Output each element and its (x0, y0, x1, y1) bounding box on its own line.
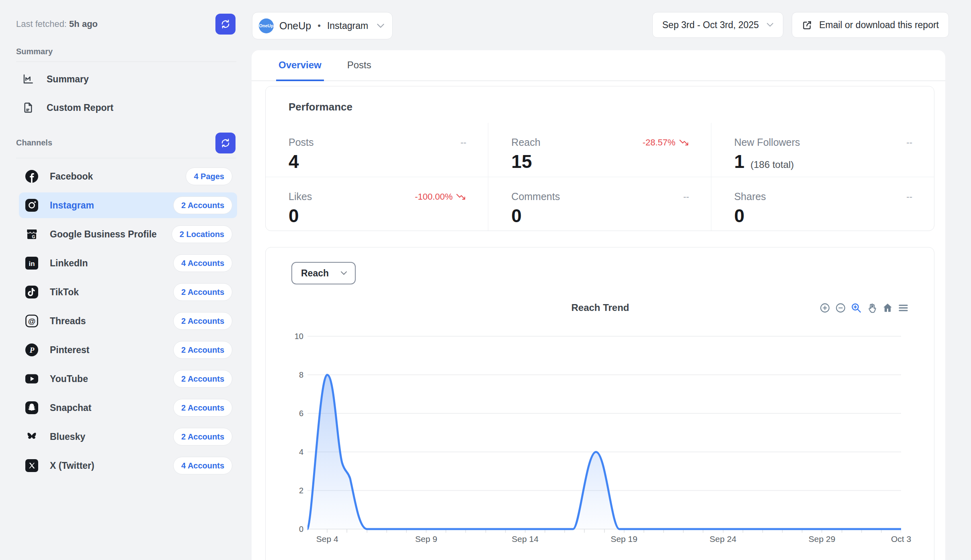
x-axis-tick: Sep 9 (415, 534, 437, 544)
chevron-down-icon (341, 271, 347, 275)
pan-icon[interactable] (866, 302, 878, 314)
tab-posts[interactable]: Posts (345, 50, 374, 81)
metric-shares: Shares -- 0 (711, 177, 934, 231)
account-selector[interactable]: OneUp OneUp • Instagram (252, 12, 393, 39)
sidebar-item-bluesky[interactable]: Bluesky 2 Accounts (19, 424, 237, 450)
tiktok-icon (25, 285, 39, 299)
home-icon[interactable] (882, 302, 893, 314)
chevron-down-icon (767, 23, 773, 27)
metric-value: 1 (734, 152, 745, 171)
sidebar-item-google-business-profile[interactable]: G Google Business Profile 2 Locations (19, 221, 237, 247)
x-axis-tick: Sep 14 (512, 534, 539, 544)
sidebar-item-threads[interactable]: @ Threads 2 Accounts (19, 308, 237, 334)
sidebar-item-facebook[interactable]: Facebook 4 Pages (19, 164, 237, 189)
tab-bar: Overview Posts (252, 50, 945, 81)
svg-text:in: in (29, 260, 35, 268)
metric-value: 0 (289, 206, 299, 225)
channel-count-badge: 2 Accounts (173, 341, 232, 359)
sidebar-item-x-twitter[interactable]: X (Twitter) 4 Accounts (19, 453, 237, 478)
x-axis-tick: Oct 3 (891, 534, 911, 544)
x-axis-tick: Sep 29 (809, 534, 836, 544)
summary-section-header: Summary (16, 47, 53, 56)
chart-metric-selector[interactable]: Reach (291, 262, 356, 284)
last-fetched-row: Last fetched: 5h ago (16, 14, 236, 35)
google-business-icon: G (25, 227, 39, 241)
divider (16, 158, 236, 158)
instagram-icon (25, 198, 39, 212)
sidebar-item-linkedin[interactable]: in LinkedIn 4 Accounts (19, 250, 237, 276)
zoom-out-icon[interactable] (835, 302, 846, 314)
last-fetched-label: Last fetched: (16, 19, 67, 29)
sidebar-item-instagram[interactable]: Instagram 2 Accounts (19, 192, 237, 218)
metric-likes: Likes -100.00% 0 (266, 177, 488, 231)
metrics-grid: Posts -- 4 Reach -28.57% (266, 123, 934, 231)
sidebar-item-pinterest[interactable]: P Pinterest 2 Accounts (19, 337, 237, 363)
youtube-icon (25, 372, 39, 386)
reach-trend-chart (307, 327, 901, 546)
channel-label: Pinterest (50, 345, 89, 356)
date-range-selector[interactable]: Sep 3rd - Oct 3rd, 2025 (652, 12, 783, 38)
trend-down-icon (679, 139, 689, 146)
date-range-label: Sep 3rd - Oct 3rd, 2025 (662, 20, 759, 31)
metric-change: -- (683, 192, 689, 202)
sidebar-item-tiktok[interactable]: TikTok 2 Accounts (19, 279, 237, 305)
metric-value: 0 (511, 206, 522, 225)
chart-title: Reach Trend (291, 302, 909, 313)
selected-channel: Instagram (327, 20, 368, 31)
sidebar-item-snapchat[interactable]: Snapchat 2 Accounts (19, 395, 237, 421)
overview-content: Performance Posts -- 4 Reach -28.57% (252, 81, 945, 560)
metric-subvalue: (186 total) (750, 159, 794, 170)
sidebar-item-custom-report[interactable]: Custom Report (19, 95, 237, 121)
metric-label: Likes (289, 191, 312, 202)
selection-zoom-icon[interactable] (850, 302, 862, 314)
channels-section-header: Channels (16, 138, 52, 147)
reach-trend-card: Reach Reach Trend (265, 247, 934, 560)
last-fetched-text: Last fetched: 5h ago (16, 19, 98, 29)
metric-change-negative: -100.00% (415, 192, 466, 202)
metric-change-value: -28.57% (643, 137, 676, 148)
channel-label: Google Business Profile (50, 229, 157, 240)
separator-dot: • (318, 20, 321, 31)
sidebar-item-youtube[interactable]: YouTube 2 Accounts (19, 366, 237, 392)
refresh-channels-button[interactable] (215, 133, 236, 153)
metric-new-followers: New Followers -- 1 (186 total) (711, 123, 934, 177)
chart-metric-label: Reach (301, 268, 329, 279)
sidebar-item-label: Summary (47, 74, 89, 85)
sidebar-item-summary[interactable]: Summary (19, 66, 237, 92)
plot-area[interactable]: Sep 4 Sep 9 Sep 14 Sep 19 Sep 24 Sep 29 … (307, 327, 901, 552)
channel-label: Bluesky (50, 431, 85, 442)
y-axis-tick: 4 (291, 447, 303, 457)
metric-label: Shares (734, 191, 766, 202)
linkedin-icon: in (25, 256, 39, 270)
export-report-button[interactable]: Email or download this report (792, 12, 949, 38)
metric-value: 4 (289, 152, 299, 171)
channel-label: TikTok (50, 287, 79, 298)
bluesky-icon (25, 430, 39, 444)
x-twitter-icon (25, 459, 39, 472)
performance-card: Performance Posts -- 4 Reach -28.57% (265, 86, 934, 231)
tab-overview[interactable]: Overview (276, 50, 324, 81)
reach-trend-plot: 10 8 6 4 2 0 (291, 327, 909, 552)
channel-count-badge: 4 Accounts (173, 457, 232, 474)
y-axis-tick: 8 (291, 370, 303, 380)
pinterest-icon: P (25, 343, 39, 357)
snapchat-icon (25, 401, 39, 415)
metric-value: 0 (734, 206, 745, 225)
channel-count-badge: 2 Accounts (173, 312, 232, 330)
channel-count-badge: 2 Accounts (173, 370, 232, 388)
last-fetched-value: 5h ago (69, 19, 98, 29)
metric-comments: Comments -- 0 (488, 177, 711, 231)
menu-icon[interactable] (897, 302, 909, 314)
channel-count-badge: 4 Pages (186, 168, 232, 185)
chart-header: Reach Trend (291, 302, 909, 317)
channel-label: Threads (50, 316, 86, 327)
line-chart-icon (22, 73, 34, 85)
share-export-icon (802, 20, 813, 31)
metric-reach: Reach -28.57% 15 (488, 123, 711, 177)
trend-down-icon (456, 194, 466, 200)
chevron-down-icon (377, 24, 384, 28)
facebook-icon (25, 170, 39, 183)
metric-change: -- (906, 137, 912, 148)
zoom-in-icon[interactable] (819, 302, 831, 314)
refresh-summary-button[interactable] (215, 14, 236, 35)
